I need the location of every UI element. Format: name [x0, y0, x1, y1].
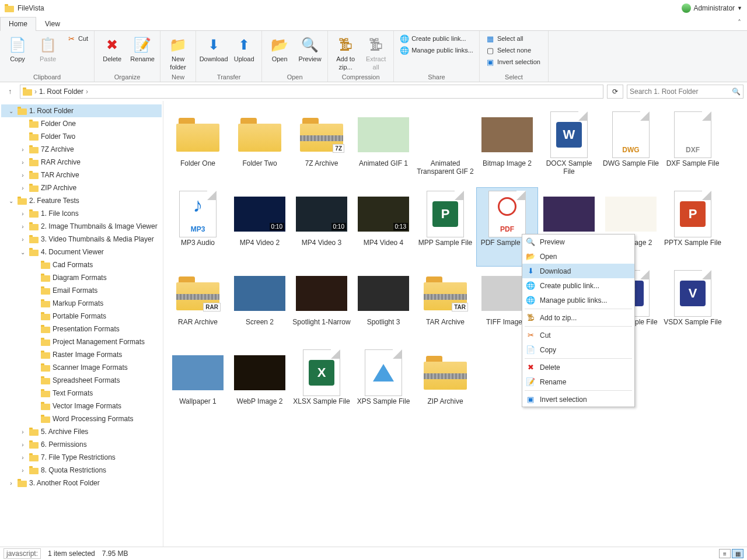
- tree-item[interactable]: Diagram Formats: [1, 271, 162, 284]
- tree-item[interactable]: Spreadsheet Formats: [1, 374, 162, 387]
- refresh-button[interactable]: ⟳: [607, 85, 623, 99]
- tree-item[interactable]: ›3. Video Thumbnails & Media Player: [1, 233, 162, 246]
- tree-item[interactable]: ›6. Permissions: [1, 438, 162, 451]
- tree-item[interactable]: Text Formats: [1, 387, 162, 400]
- tab-home[interactable]: Home: [0, 17, 36, 31]
- user-menu[interactable]: Administrator ▼: [682, 4, 742, 13]
- tree-item[interactable]: ›8. Quota Restrictions: [1, 464, 162, 477]
- nav-up-button[interactable]: ↑: [4, 85, 16, 98]
- collapse-ribbon-button[interactable]: ˄: [732, 16, 747, 30]
- ctx-download[interactable]: ⬇Download: [522, 264, 634, 278]
- select-all-button[interactable]: ▦ Select all: [483, 33, 543, 44]
- file-item[interactable]: WDOCX Sample File: [538, 108, 600, 187]
- ctx-preview[interactable]: 🔍Preview: [522, 235, 634, 249]
- tree-expander-icon[interactable]: ›: [19, 146, 27, 153]
- file-item[interactable]: XXLSX Sample File: [291, 346, 352, 425]
- delete-button[interactable]: ✖ Delete: [98, 33, 126, 72]
- folder-tree[interactable]: ⌄1. Root FolderFolder OneFolder Two›7Z A…: [0, 101, 163, 547]
- file-item[interactable]: DWGDWG Sample File: [600, 108, 662, 187]
- add-to-zip-button[interactable]: 🗜 Add to zip...: [331, 33, 359, 72]
- file-item[interactable]: Spotlight 3: [352, 267, 414, 346]
- paste-button[interactable]: 📋 Paste: [34, 33, 62, 72]
- tree-item[interactable]: Cad Formats: [1, 258, 162, 271]
- ctx-cut[interactable]: ✂Cut: [522, 328, 634, 342]
- tree-item[interactable]: Folder One: [1, 117, 162, 130]
- search-input[interactable]: [630, 88, 732, 96]
- file-item[interactable]: WebP Image 2: [229, 346, 291, 425]
- tree-item[interactable]: ⌄2. Feature Tests: [1, 194, 162, 207]
- tree-item[interactable]: ›2. Image Thumbnails & Image Viewer: [1, 220, 162, 233]
- tree-item[interactable]: Raster Image Formats: [1, 348, 162, 361]
- file-item[interactable]: VVSDX Sample File: [662, 267, 724, 346]
- file-item[interactable]: RARRAR Archive: [167, 267, 229, 346]
- tree-expander-icon[interactable]: ›: [19, 467, 27, 474]
- file-item[interactable]: ZIP Archive: [414, 346, 476, 425]
- file-item[interactable]: Folder One: [167, 108, 229, 187]
- tree-expander-icon[interactable]: ›: [19, 159, 27, 166]
- tree-item[interactable]: ›5. Archive Files: [1, 425, 162, 438]
- ctx-delete[interactable]: ✖Delete: [522, 360, 634, 374]
- tree-expander-icon[interactable]: ⌄: [7, 198, 15, 204]
- tree-expander-icon[interactable]: ›: [19, 442, 27, 448]
- tree-item[interactable]: Scanner Image Formats: [1, 361, 162, 374]
- open-button[interactable]: 📂 Open: [266, 33, 294, 72]
- view-details-button[interactable]: ≡: [719, 549, 731, 558]
- upload-button[interactable]: ⬆ Upload: [230, 33, 258, 72]
- file-item[interactable]: Bitmap Image 2: [476, 108, 538, 187]
- tree-item[interactable]: Presentation Formats: [1, 323, 162, 335]
- tree-item[interactable]: ›3. Another Root Folder: [1, 477, 162, 489]
- tree-expander-icon[interactable]: ›: [19, 429, 27, 435]
- tree-expander-icon[interactable]: ›: [19, 223, 27, 230]
- tree-item[interactable]: Markup Formats: [1, 297, 162, 310]
- tree-item[interactable]: Vector Image Formats: [1, 400, 162, 412]
- ctx-rename[interactable]: 📝Rename: [522, 374, 634, 389]
- file-item[interactable]: MP3♪MP3 Audio: [167, 187, 229, 267]
- tree-item[interactable]: Email Formats: [1, 284, 162, 297]
- breadcrumb[interactable]: › 1. Root Folder ›: [20, 85, 603, 99]
- new-folder-button[interactable]: 📁 New folder: [164, 33, 192, 72]
- file-item[interactable]: Animated Transparent GIF 2: [414, 108, 476, 187]
- preview-button[interactable]: 🔍 Preview: [296, 33, 324, 72]
- tree-item[interactable]: ›1. File Icons: [1, 207, 162, 220]
- tree-item[interactable]: Word Processing Formats: [1, 412, 162, 425]
- file-item[interactable]: DXFDXF Sample File: [662, 108, 724, 187]
- file-item[interactable]: 0:10MP4 Video 3: [291, 187, 352, 267]
- tree-item[interactable]: ›7Z Archive: [1, 143, 162, 156]
- tree-item[interactable]: ›RAR Archive: [1, 156, 162, 169]
- file-item[interactable]: 7Z7Z Archive: [291, 108, 352, 187]
- ctx-copy[interactable]: 📄Copy: [522, 342, 634, 357]
- file-item[interactable]: TARTAR Archive: [414, 267, 476, 346]
- cut-button[interactable]: ✂ Cut: [64, 33, 90, 44]
- extract-all-button[interactable]: 🗜 Extract all: [362, 33, 390, 72]
- tree-expander-icon[interactable]: ⌄: [19, 249, 27, 256]
- ctx-add-to-zip[interactable]: 🗜Add to zip...: [522, 310, 634, 325]
- manage-public-links-button[interactable]: 🌐 Manage public links...: [397, 45, 476, 55]
- tree-item[interactable]: ›TAR Archive: [1, 169, 162, 181]
- tree-item[interactable]: ›7. File Type Restrictions: [1, 451, 162, 464]
- file-item[interactable]: Spotlight 1-Narrow: [291, 267, 352, 346]
- tree-item[interactable]: Folder Two: [1, 130, 162, 143]
- file-item[interactable]: PMPP Sample File: [414, 187, 476, 267]
- file-item[interactable]: Screen 2: [229, 267, 291, 346]
- rename-button[interactable]: 📝 Rename: [128, 33, 156, 72]
- tree-expander-icon[interactable]: ›: [7, 480, 15, 487]
- tab-view[interactable]: View: [36, 17, 69, 31]
- tree-item[interactable]: Portable Formats: [1, 310, 162, 323]
- ctx-manage-public-links[interactable]: 🌐Manage public links...: [522, 293, 634, 307]
- file-item[interactable]: Wallpaper 1: [167, 346, 229, 425]
- tree-item[interactable]: ›ZIP Archive: [1, 181, 162, 194]
- ctx-create-public-link[interactable]: 🌐Create public link...: [522, 278, 634, 293]
- file-item[interactable]: PPPTX Sample File: [662, 187, 724, 267]
- search-box[interactable]: 🔍: [627, 85, 743, 99]
- tree-item[interactable]: ⌄4. Document Viewer: [1, 246, 162, 258]
- tree-expander-icon[interactable]: ›: [19, 211, 27, 217]
- file-item[interactable]: Animated GIF 1: [352, 108, 414, 187]
- file-item[interactable]: 0:13MP4 Video 4: [352, 187, 414, 267]
- ctx-invert-selection[interactable]: ▣Invert selection: [522, 392, 634, 407]
- create-public-link-button[interactable]: 🌐 Create public link...: [397, 33, 476, 44]
- file-item[interactable]: Folder Two: [229, 108, 291, 187]
- tree-expander-icon[interactable]: ›: [19, 172, 27, 178]
- breadcrumb-root[interactable]: 1. Root Folder: [39, 88, 83, 96]
- tree-expander-icon[interactable]: ›: [19, 185, 27, 191]
- tree-expander-icon[interactable]: ⌄: [7, 108, 15, 114]
